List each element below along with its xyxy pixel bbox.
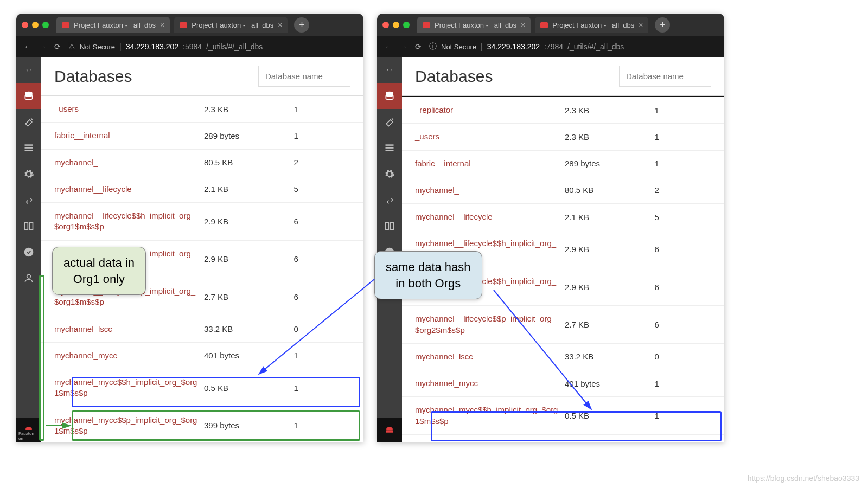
db-name[interactable]: mychannel_lscc [54, 324, 204, 335]
new-tab-button[interactable]: + [294, 17, 309, 33]
db-name[interactable]: mychannel__lifecycle [415, 211, 565, 222]
sidebar-databases-icon[interactable] [16, 83, 41, 109]
url-field[interactable]: ⓘ Not Secure | 34.229.183.202:7984/_util… [429, 42, 717, 52]
sidebar-databases-icon[interactable] [377, 83, 402, 109]
db-size: 33.2 KB [204, 324, 294, 333]
minimize-dot-icon[interactable] [393, 22, 399, 28]
table-row[interactable]: mychannel__lifecycle2.1 KB5 [41, 176, 363, 203]
sidebar-config-icon[interactable] [16, 161, 41, 187]
db-name[interactable]: fabric__internal [54, 130, 204, 141]
table-row[interactable]: mychannel_mycc401 bytes1 [41, 343, 363, 369]
sidebar-tasks-icon[interactable] [16, 135, 41, 161]
table-row[interactable]: fabric__internal289 bytes1 [41, 123, 363, 149]
reload-icon[interactable]: ⟳ [54, 42, 61, 51]
sidebar-config-icon[interactable] [377, 161, 402, 187]
close-tab-icon[interactable]: × [521, 21, 525, 29]
db-name[interactable]: _users [415, 131, 565, 142]
sidebar-setup-icon[interactable] [16, 109, 41, 135]
tab-inactive[interactable]: Project Fauxton - _all_dbs × [535, 17, 648, 33]
forward-icon[interactable]: → [400, 42, 407, 51]
svg-point-5 [27, 274, 31, 278]
db-name[interactable]: mychannel_mycc [415, 378, 565, 389]
page-header: Databases [402, 57, 724, 96]
db-name[interactable]: _replicator [415, 105, 565, 115]
url-field[interactable]: ⚠ Not Secure | 34.229.183.202:5984/_util… [68, 42, 356, 51]
db-name[interactable]: mychannel__lifecycle$$h_implicit_org_$or… [54, 210, 204, 233]
back-icon[interactable]: ← [385, 42, 392, 51]
url-host: 34.229.183.202 [126, 42, 178, 51]
zoom-dot-icon[interactable] [403, 22, 410, 28]
table-row[interactable]: mychannel__lifecycle$$h_implicit_org_$or… [41, 203, 363, 241]
db-name[interactable]: _users [54, 104, 204, 114]
tab-inactive[interactable]: Project Fauxton - _all_dbs × [174, 17, 288, 33]
table-row[interactable]: mychannel_lscc33.2 KB0 [41, 316, 363, 343]
sidebar-toggle-icon[interactable]: ↔ [377, 57, 402, 83]
search-input[interactable] [258, 66, 350, 87]
sidebar-replication-icon[interactable]: ⇄ [377, 187, 402, 213]
callout-blue: same data hash in both Orgs [374, 251, 482, 299]
table-row[interactable]: fabric__internal289 bytes1 [402, 151, 724, 177]
table-row[interactable]: mychannel__lifecycle$$p_implicit_org_$or… [402, 306, 724, 344]
close-dot-icon[interactable] [22, 22, 28, 28]
main-panel: Databases _replicator2.3 KB1_users2.3 KB… [402, 57, 724, 442]
back-icon[interactable]: ← [24, 42, 31, 51]
new-tab-button[interactable]: + [655, 17, 670, 33]
close-tab-icon[interactable]: × [160, 21, 164, 29]
sidebar-docs-icon[interactable] [16, 213, 41, 239]
db-doc-count: 5 [655, 213, 714, 222]
table-row[interactable]: mychannel_80.5 KB2 [402, 177, 724, 204]
db-doc-count: 1 [294, 131, 354, 140]
db-doc-count: 1 [294, 351, 354, 360]
db-size: 2.7 KB [204, 292, 294, 301]
tab-active[interactable]: Project Fauxton - _all_dbs × [56, 17, 170, 33]
db-name[interactable]: mychannel_mycc [54, 350, 204, 361]
db-name[interactable]: mychannel_ [415, 185, 565, 196]
table-row[interactable]: _users2.3 KB1 [402, 124, 724, 150]
sidebar-replication-icon[interactable]: ⇄ [16, 187, 41, 213]
sidebar-verify-icon[interactable] [16, 239, 41, 265]
db-size: 2.9 KB [204, 254, 294, 264]
db-name[interactable]: mychannel_lscc [415, 351, 565, 362]
minimize-dot-icon[interactable] [32, 22, 39, 28]
sidebar-user-icon[interactable] [16, 265, 41, 291]
couchdb-logo-icon[interactable] [377, 418, 402, 442]
sidebar-tasks-icon[interactable] [377, 135, 402, 161]
db-size: 289 bytes [204, 131, 294, 140]
close-dot-icon[interactable] [382, 22, 389, 28]
sidebar-toggle-icon[interactable]: ↔ [16, 57, 41, 83]
table-row[interactable]: mychannel_mycc401 bytes1 [402, 370, 724, 397]
table-row[interactable]: _replicator2.3 KB1 [402, 96, 724, 124]
table-row[interactable]: mychannel__lifecycle2.1 KB5 [402, 204, 724, 230]
db-name[interactable]: mychannel_mycc$$h_implicit_org_$org1$m$s… [415, 404, 565, 427]
table-row[interactable]: mychannel_mycc$$h_implicit_org_$org1$m$s… [402, 397, 724, 435]
sidebar-docs-icon[interactable] [377, 213, 402, 239]
svg-rect-1 [25, 144, 33, 146]
table-row[interactable]: mychannel_80.5 KB2 [41, 150, 363, 176]
db-name[interactable]: mychannel__lifecycle$$p_implicit_org_$or… [415, 313, 565, 336]
search-input[interactable] [619, 66, 711, 87]
db-doc-count: 0 [655, 352, 714, 361]
close-tab-icon[interactable]: × [639, 21, 643, 29]
zoom-dot-icon[interactable] [42, 22, 49, 28]
forward-icon[interactable]: → [39, 42, 47, 51]
app-body: ↔ ⇄ Databases _replicator2.3 KB1_users2.… [377, 57, 724, 442]
browser-window-right: Project Fauxton - _all_dbs × Project Fau… [377, 14, 724, 442]
close-tab-icon[interactable]: × [278, 21, 282, 29]
table-row[interactable]: mychannel_lscc33.2 KB0 [402, 344, 724, 370]
db-name[interactable]: mychannel_mycc$$h_implicit_org_$org1$m$s… [54, 377, 204, 399]
sidebar-setup-icon[interactable] [377, 109, 402, 135]
db-name[interactable]: mychannel_ [54, 157, 204, 168]
tab-active[interactable]: Project Fauxton - _all_dbs × [417, 17, 531, 33]
db-name[interactable]: mychannel__lifecycle [54, 184, 204, 195]
svg-rect-7 [386, 144, 394, 146]
db-size: 289 bytes [565, 159, 655, 168]
db-name[interactable]: fabric__internal [415, 158, 565, 169]
db-name[interactable]: mychannel_mycc$$p_implicit_org_$org1$m$s… [54, 415, 204, 437]
db-size: 2.1 KB [204, 184, 294, 194]
reload-icon[interactable]: ⟳ [415, 42, 422, 51]
table-row[interactable]: mychannel_mycc$$p_implicit_org_$org1$m$s… [41, 407, 363, 442]
db-size: 0.5 KB [565, 411, 655, 420]
table-row[interactable]: _users2.3 KB1 [41, 96, 363, 123]
table-row[interactable]: mychannel_mycc$$h_implicit_org_$org1$m$s… [41, 369, 363, 407]
db-doc-count: 1 [655, 379, 714, 388]
